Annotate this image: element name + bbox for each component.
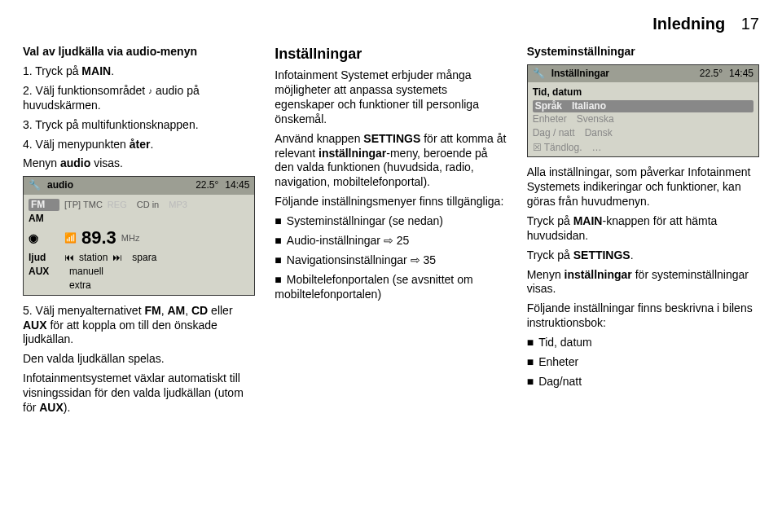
lcd-title: audio: [47, 179, 73, 191]
lcd-am: AM: [29, 213, 59, 225]
lcd-manuell: manuell: [69, 266, 118, 278]
lcd-body: FM [TP] TMC REG CD in MP3 AM ◉ 📶 89.3 MH…: [24, 195, 254, 295]
col2-p3: Följande inställningsmenyer finns tillgä…: [275, 195, 507, 209]
lcd2-tid: Tid, datum: [533, 86, 582, 99]
lcd-station: station: [79, 252, 108, 264]
lcd-statusbar: 🔧 audio 22.5° 14:45: [24, 177, 254, 194]
lcd-settings-screenshot: 🔧 Inställningar 22.5° 14:45 Tid, datum S…: [527, 64, 759, 157]
col1-p2: Infotainmentsystemet växlar automatiskt …: [23, 372, 255, 415]
bullet-icon: ■: [527, 375, 534, 388]
bullet-icon: ■: [275, 214, 281, 227]
step-1: 1. Tryck på MAIN.: [23, 64, 255, 79]
lcd-aux: AUX: [29, 266, 59, 278]
column-2: Inställningar Infotainment Systemet erbj…: [275, 45, 507, 420]
col3-p5: Följande inställningar finns beskrivna i…: [527, 301, 759, 331]
lcd-mp3: MP3: [169, 199, 187, 210]
bullet-icon: ■: [527, 336, 534, 349]
next-icon: ⏭: [112, 252, 122, 264]
lcd2-dagnatt: Dag / natt: [533, 127, 575, 139]
lcd2-body: Tid, datum Språk Italiano Enheter Svensk…: [528, 82, 758, 156]
col2-li4: ■Mobiltelefonportalen (se avsnittet om m…: [275, 273, 507, 302]
step-5: 5. Välj menyalternativet FM, AM, CD elle…: [23, 304, 255, 348]
col2-li3: ■Navigationsinställningar ⇨ 35: [275, 253, 507, 268]
col1-heading: Val av ljudkälla via audio-menyn: [23, 45, 255, 59]
lcd-spara: spara: [132, 252, 181, 264]
col2-li1: ■Systeminställningar (se nedan): [275, 214, 507, 229]
lcd2-more: …: [591, 142, 601, 154]
step-2: 2. Välj funktionsområdet ♪ audio på huvu…: [23, 84, 255, 113]
menu-shown: Menyn audio visas.: [23, 156, 255, 171]
col2-heading: Inställningar: [275, 45, 507, 64]
page-number: 17: [741, 15, 759, 33]
bullet-icon: ■: [275, 253, 281, 266]
chapter-title: Inledning: [652, 15, 725, 33]
lcd-unit: MHz: [121, 232, 140, 244]
cd-icon: ◉: [29, 231, 59, 246]
lcd-audio-screenshot: 🔧 audio 22.5° 14:45 FM [TP] TMC REG CD i…: [23, 176, 255, 295]
lcd2-svenska: Svenska: [577, 113, 614, 125]
lcd2-sprak: Språk: [535, 100, 562, 112]
page-header: Inledning 17: [23, 15, 759, 33]
lcd-time: 14:45: [225, 179, 249, 191]
lcd-freq: 89.3: [81, 226, 116, 249]
lcd2-enheter: Enheter: [533, 113, 567, 125]
content-columns: Val av ljudkälla via audio-menyn 1. Tryc…: [23, 45, 759, 420]
lcd2-title: Inställningar: [551, 68, 609, 80]
col2-li2: ■Audio-inställningar ⇨ 25: [275, 234, 507, 248]
lcd-reg: REG: [108, 199, 127, 210]
col3-li1: ■Tid, datum: [527, 336, 759, 350]
lcd2-italiano: Italiano: [572, 100, 606, 112]
col1-p1: Den valda ljudkällan spelas.: [23, 352, 255, 367]
col2-p1: Infotainment Systemet erbjuder många möj…: [275, 68, 507, 127]
col3-p2: Tryck på MAIN-knappen för att hämta huvu…: [527, 214, 759, 244]
signal-icon: 📶: [64, 232, 77, 244]
lcd2-dansk: Dansk: [585, 127, 613, 139]
col3-p1: Alla inställningar, som påverkar Infotai…: [527, 165, 759, 209]
wrench-icon: 🔧: [533, 68, 545, 80]
col3-p4: Menyn inställningar för systeminställnin…: [527, 268, 759, 297]
bullet-icon: ■: [275, 234, 281, 247]
col3-heading: Systeminställningar: [527, 45, 759, 59]
col3-li2: ■Enheter: [527, 355, 759, 370]
lcd2-tandlog: ☒ Tändlog.: [533, 142, 582, 154]
lcd2-time: 14:45: [729, 68, 753, 80]
col2-p2: Använd knappen SETTINGS för att komma åt…: [275, 132, 507, 191]
prev-icon: ⏮: [64, 252, 74, 264]
lcd-temp: 22.5°: [196, 179, 218, 191]
lcd2-temp: 22.5°: [700, 68, 723, 80]
lcd2-statusbar: 🔧 Inställningar 22.5° 14:45: [528, 65, 758, 82]
step-4: 4. Välj menypunkten åter.: [23, 138, 255, 152]
lcd-tp-tmc: [TP] TMC: [64, 199, 103, 210]
lcd-fm: FM: [29, 199, 59, 211]
wrench-icon: 🔧: [29, 179, 41, 191]
column-1: Val av ljudkälla via audio-menyn 1. Tryc…: [23, 45, 255, 420]
step-3: 3. Tryck på multifunktionsknappen.: [23, 118, 255, 133]
lcd-ljud: ljud: [29, 252, 59, 264]
column-3: Systeminställningar 🔧 Inställningar 22.5…: [527, 45, 759, 420]
col3-p3: Tryck på SETTINGS.: [527, 248, 759, 263]
bullet-icon: ■: [527, 355, 534, 368]
lcd-extra: extra: [69, 279, 118, 292]
lcd-cdin: CD in: [137, 199, 160, 210]
bullet-icon: ■: [275, 273, 281, 286]
col3-li3: ■Dag/natt: [527, 375, 759, 389]
